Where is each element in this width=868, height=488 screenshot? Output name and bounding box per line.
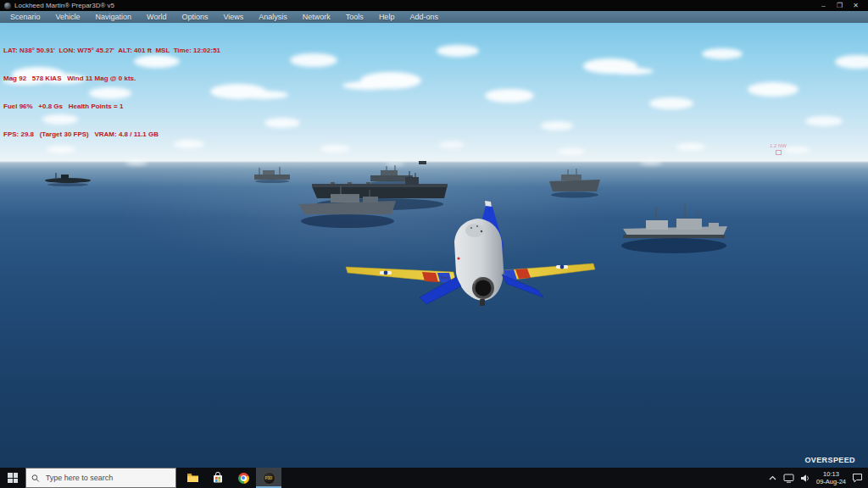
menu-item-world[interactable]: World: [139, 11, 174, 23]
menu-bar: Scenario Vehicle Navigation World Option…: [0, 11, 868, 23]
hud-line-fuel-health: Fuel 96% +0.8 Gs Health Points = 1: [3, 102, 220, 111]
tray-date: 09-Aug-24: [816, 478, 846, 485]
taskbar-search[interactable]: [25, 468, 176, 488]
ship-supply: [254, 167, 290, 183]
tray-chevron-up-icon[interactable]: [768, 474, 777, 481]
system-tray: 10:13 09-Aug-24: [768, 470, 868, 485]
hud-line-speed-wind: Mag 92 578 KIAS Wind 11 Mag @ 0 kts.: [3, 74, 220, 83]
taskbar-apps: P3D: [180, 468, 281, 488]
ship-cruiser: [621, 204, 727, 253]
chrome-icon: [238, 473, 249, 484]
search-icon: [31, 474, 40, 483]
ai-traffic-box: [776, 150, 782, 155]
ai-traffic-label: 1.2 NW: [770, 143, 787, 155]
prepar3d-window: Lockheed Martin® Prepar3D® v5 – ❐ ✕ Scen…: [0, 0, 868, 488]
close-button[interactable]: ✕: [848, 0, 864, 11]
hud-line-fps-vram: FPS: 29.8 (Target 30 FPS) VRAM: 4.8 / 11…: [3, 130, 220, 139]
overspeed-warning: OVERSPEED: [804, 456, 855, 464]
menu-item-help[interactable]: Help: [371, 11, 403, 23]
window-title: Lockheed Martin® Prepar3D® v5: [14, 2, 114, 9]
microsoft-store-icon: [212, 472, 224, 484]
chrome-button[interactable]: [231, 468, 256, 488]
menu-item-analysis[interactable]: Analysis: [251, 11, 295, 23]
menu-item-vehicle[interactable]: Vehicle: [48, 11, 88, 23]
windows-logo-icon: [8, 473, 18, 483]
menu-item-navigation[interactable]: Navigation: [88, 11, 140, 23]
ship-submarine: [45, 173, 91, 186]
taskbar: P3D 10:13 09-Aug-24: [0, 468, 868, 488]
ai-traffic-text: 1.2 NW: [770, 143, 787, 148]
tray-clock[interactable]: 10:13 09-Aug-24: [816, 470, 846, 485]
player-aircraft: NAVY A: [346, 201, 595, 306]
menu-item-tools[interactable]: Tools: [338, 11, 371, 23]
start-button[interactable]: [0, 468, 25, 488]
menu-item-options[interactable]: Options: [174, 11, 215, 23]
menu-item-scenario[interactable]: Scenario: [3, 11, 48, 23]
microsoft-store-button[interactable]: [205, 468, 231, 488]
prepar3d-taskbar-button[interactable]: P3D: [256, 468, 281, 488]
file-explorer-button[interactable]: [180, 468, 205, 488]
search-input[interactable]: [44, 473, 170, 483]
minimize-button[interactable]: –: [815, 0, 832, 11]
menu-item-network[interactable]: Network: [295, 11, 338, 23]
action-center-icon[interactable]: [852, 473, 863, 483]
tray-display-icon[interactable]: [783, 474, 794, 483]
app-icon: [4, 3, 11, 9]
tray-speaker-icon[interactable]: [800, 474, 810, 483]
tray-time: 10:13: [816, 470, 846, 478]
hud-line-position: LAT: N38° 50.91' LON: W75° 45.27' ALT: 4…: [3, 46, 220, 55]
title-bar: Lockheed Martin® Prepar3D® v5 – ❐ ✕: [0, 0, 868, 11]
aircraft-wing-text: NAVY: [441, 275, 450, 280]
menu-item-addons[interactable]: Add-ons: [402, 11, 446, 23]
restore-button[interactable]: ❐: [832, 0, 848, 11]
simulator-viewport[interactable]: NAVY A: [0, 23, 868, 468]
window-controls: – ❐ ✕: [815, 0, 864, 11]
ship-small-boat: [419, 161, 426, 164]
hud-overlay: LAT: N38° 50.91' LON: W75° 45.27' ALT: 4…: [3, 27, 220, 158]
ship-amphibious-right: [549, 169, 600, 198]
prepar3d-icon: P3D: [263, 472, 275, 485]
file-explorer-icon: [186, 473, 199, 483]
menu-item-views[interactable]: Views: [215, 11, 251, 23]
